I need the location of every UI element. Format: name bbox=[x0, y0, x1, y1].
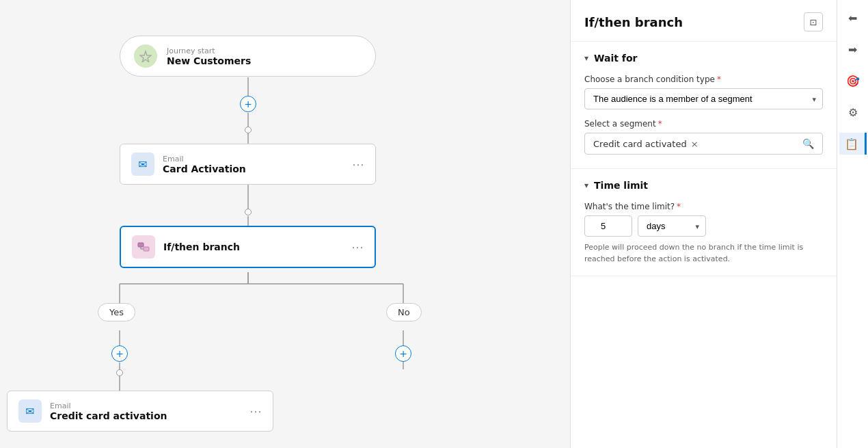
add-button-1[interactable]: + bbox=[240, 96, 256, 112]
time-unit-select[interactable]: days hours minutes bbox=[638, 215, 706, 237]
email-card-activation-icon: ✉ bbox=[131, 153, 154, 176]
target-icon-btn[interactable]: 🎯 bbox=[842, 70, 864, 92]
email-title: Card Activation bbox=[163, 163, 246, 174]
time-unit-select-wrapper[interactable]: days hours minutes ▾ bbox=[638, 215, 706, 237]
layers-icon: 📋 bbox=[845, 137, 858, 150]
time-limit-field-row: days hours minutes ▾ bbox=[584, 215, 823, 237]
branch-condition-select-wrapper[interactable]: The audience is a member of a segment Th… bbox=[584, 88, 823, 109]
time-limit-label: Time limit bbox=[594, 180, 648, 191]
credit-card-title: Credit card activation bbox=[50, 410, 167, 421]
connector-dot-2 bbox=[245, 209, 252, 215]
journey-start-node: Journey start New Customers bbox=[120, 36, 376, 77]
segment-input[interactable]: Credit card activated × 🔍 bbox=[584, 133, 823, 155]
if-then-branch-node[interactable]: If/then branch ⋯ bbox=[120, 226, 376, 268]
wait-for-label: Wait for bbox=[594, 53, 637, 64]
email-label: Email bbox=[163, 155, 246, 163]
segment-tag: Credit card activated bbox=[593, 139, 687, 149]
journey-start-icon bbox=[134, 44, 157, 68]
segment-search-icon[interactable]: 🔍 bbox=[802, 138, 814, 149]
svg-rect-15 bbox=[138, 243, 144, 247]
segment-field-container: Select a segment * Credit card activated… bbox=[584, 119, 823, 155]
email-more-button[interactable]: ⋯ bbox=[352, 157, 364, 172]
time-limit-field-label: What's the time limit? * bbox=[584, 202, 823, 211]
segment-label: Select a segment * bbox=[584, 119, 823, 129]
credit-card-activation-node[interactable]: ✉ Email Credit card activation ⋯ bbox=[7, 391, 273, 432]
wait-for-chevron: ▾ bbox=[584, 53, 588, 63]
signout-icon-btn[interactable]: ➡ bbox=[842, 38, 864, 60]
branch-more-button[interactable]: ⋯ bbox=[351, 240, 364, 254]
wait-for-section: ▾ Wait for Choose a branch condition typ… bbox=[571, 42, 837, 169]
panel-icon: ⊡ bbox=[810, 17, 817, 27]
wait-for-toggle[interactable]: ▾ Wait for bbox=[584, 53, 823, 64]
journey-start-label: Journey start bbox=[167, 47, 251, 55]
panel-title: If/then branch bbox=[584, 15, 683, 29]
connector-dot-1 bbox=[245, 127, 252, 133]
add-button-no[interactable]: + bbox=[395, 345, 411, 362]
email-card-activation-text: Email Card Activation bbox=[163, 155, 246, 174]
panel-icon-button[interactable]: ⊡ bbox=[804, 12, 823, 31]
credit-card-label: Email bbox=[50, 401, 167, 410]
svg-rect-16 bbox=[144, 247, 149, 251]
time-limit-toggle[interactable]: ▾ Time limit bbox=[584, 180, 823, 191]
layers-icon-btn[interactable]: 📋 bbox=[839, 133, 867, 155]
branch-condition-field: Choose a branch condition type * The aud… bbox=[584, 75, 823, 109]
time-limit-help: People will proceed down the no branch i… bbox=[584, 242, 823, 265]
journey-canvas: Journey start New Customers + ✉ Email Ca… bbox=[0, 0, 570, 448]
if-then-branch-icon bbox=[132, 235, 155, 259]
signin-icon: ⬅ bbox=[848, 12, 857, 25]
icon-bar: ⬅ ➡ 🎯 ⚙ 📋 bbox=[837, 0, 868, 448]
time-limit-section: ▾ Time limit What's the time limit? * da… bbox=[571, 169, 837, 276]
branch-condition-label: Choose a branch condition type * bbox=[584, 75, 823, 84]
credit-card-email-icon: ✉ bbox=[18, 399, 42, 423]
branch-condition-select[interactable]: The audience is a member of a segment Th… bbox=[584, 88, 823, 109]
time-limit-input[interactable] bbox=[584, 215, 632, 237]
signin-icon-btn[interactable]: ⬅ bbox=[842, 7, 864, 29]
if-then-branch-title: If/then branch bbox=[163, 241, 240, 252]
connector-dot-yes bbox=[116, 369, 123, 376]
target-icon: 🎯 bbox=[846, 75, 860, 88]
right-panel: If/then branch ⊡ ▾ Wait for Choose a bra… bbox=[570, 0, 837, 448]
signout-icon: ➡ bbox=[848, 43, 857, 56]
if-then-branch-text: If/then branch bbox=[163, 241, 240, 252]
journey-start-text: Journey start New Customers bbox=[167, 47, 251, 66]
journey-start-title: New Customers bbox=[167, 55, 251, 66]
time-limit-chevron: ▾ bbox=[584, 181, 588, 190]
segment-remove-button[interactable]: × bbox=[691, 139, 699, 149]
settings-icon: ⚙ bbox=[848, 106, 858, 119]
credit-card-more-button[interactable]: ⋯ bbox=[249, 404, 262, 419]
panel-header: If/then branch ⊡ bbox=[571, 0, 837, 42]
no-branch-label: No bbox=[386, 303, 422, 321]
settings-icon-btn[interactable]: ⚙ bbox=[842, 101, 864, 123]
add-button-yes[interactable]: + bbox=[111, 345, 128, 362]
email-card-activation-node[interactable]: ✉ Email Card Activation ⋯ bbox=[120, 144, 376, 185]
yes-branch-label: Yes bbox=[98, 303, 135, 321]
credit-card-text: Email Credit card activation bbox=[50, 401, 167, 421]
